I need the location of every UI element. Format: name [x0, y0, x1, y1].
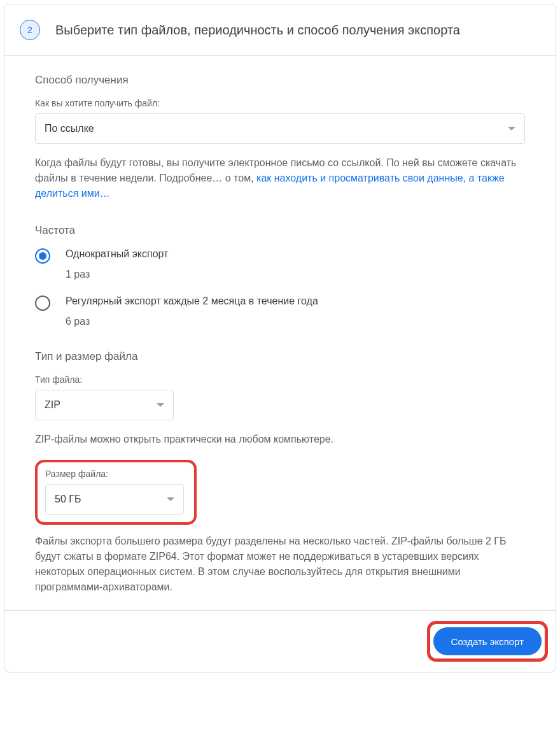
frequency-option-label: Однократный экспорт — [66, 248, 168, 260]
content-area: Способ получения Как вы хотите получить … — [4, 56, 556, 595]
file-size-highlight: Размер файла: 50 ГБ — [35, 460, 197, 525]
frequency-option-sub: 1 раз — [66, 269, 168, 280]
file-type-select[interactable]: ZIP — [35, 390, 174, 420]
file-section-title: Тип и размер файла — [35, 350, 525, 363]
file-type-description: ZIP-файлы можно открыть практически на л… — [35, 432, 525, 447]
file-size-label: Размер файла: — [45, 469, 186, 479]
frequency-option-once[interactable]: Однократный экспорт 1 раз — [35, 248, 525, 280]
footer-actions: Создать экспорт — [4, 610, 556, 672]
frequency-section: Частота Однократный экспорт 1 раз Регуля… — [35, 224, 525, 327]
file-type-value: ZIP — [45, 399, 60, 411]
step-title: Выберите тип файлов, периодичность и спо… — [55, 23, 460, 38]
frequency-option-recurring[interactable]: Регулярный экспорт каждые 2 месяца в теч… — [35, 295, 525, 327]
delivery-description: Когда файлы будут готовы, вы получите эл… — [35, 155, 525, 201]
delivery-method-select[interactable]: По ссылке — [35, 113, 525, 144]
file-section: Тип и размер файла Тип файла: ZIP ZIP-фа… — [35, 350, 525, 595]
frequency-radio-group: Однократный экспорт 1 раз Регулярный экс… — [35, 248, 525, 327]
file-type-label: Тип файла: — [35, 374, 525, 385]
frequency-option-label: Регулярный экспорт каждые 2 месяца в теч… — [66, 295, 318, 307]
file-size-value: 50 ГБ — [55, 494, 81, 505]
file-size-select[interactable]: 50 ГБ — [45, 484, 184, 515]
radio-unchecked-icon[interactable] — [35, 295, 50, 311]
caret-down-icon — [167, 497, 174, 501]
delivery-section-title: Способ получения — [35, 74, 525, 87]
delivery-section: Способ получения Как вы хотите получить … — [35, 74, 525, 201]
export-settings-card: 2 Выберите тип файлов, периодичность и с… — [4, 4, 556, 672]
radio-checked-icon[interactable] — [35, 248, 50, 264]
delivery-field-label: Как вы хотите получить файл: — [35, 98, 525, 108]
frequency-option-sub: 6 раз — [66, 316, 318, 327]
caret-down-icon — [508, 127, 515, 131]
create-export-highlight: Создать экспорт — [427, 621, 548, 662]
step-number-badge: 2 — [20, 20, 40, 40]
file-size-description: Файлы экспорта большего размера будут ра… — [35, 534, 525, 595]
frequency-section-title: Частота — [35, 224, 525, 237]
caret-down-icon — [157, 403, 164, 407]
step-header: 2 Выберите тип файлов, периодичность и с… — [4, 4, 556, 56]
create-export-button[interactable]: Создать экспорт — [433, 627, 542, 655]
delivery-method-value: По ссылке — [45, 123, 94, 134]
